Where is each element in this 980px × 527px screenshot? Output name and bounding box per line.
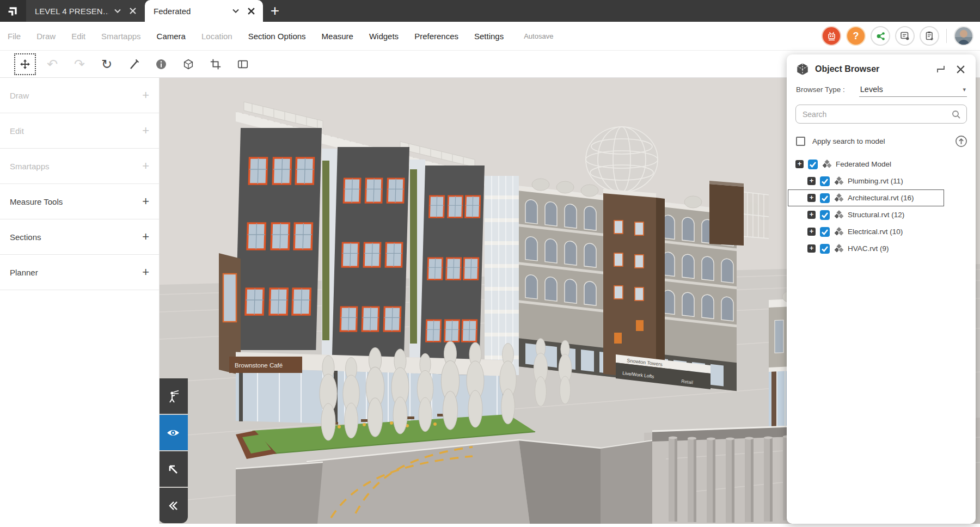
search-icon [951,109,961,119]
new-tab-button[interactable]: + [263,0,287,22]
close-tab-icon[interactable] [126,4,139,17]
menu-settings[interactable]: Settings [474,32,504,41]
model-cubes-icon [834,227,844,237]
section-label: Smartapps [10,162,50,171]
section-label: Edit [10,126,24,136]
redo-button[interactable]: ↷ [69,53,90,75]
menu-file[interactable]: File [8,32,21,41]
select-mode-button[interactable] [160,451,188,487]
cube-view-button[interactable] [177,53,199,75]
expand-icon[interactable]: + [807,211,816,219]
plus-icon: + [142,230,149,244]
sidebar-section-sections[interactable]: Sections + [0,219,159,255]
menu-widgets[interactable]: Widgets [369,32,399,41]
visibility-checkbox[interactable] [820,227,830,237]
autosave-indicator: Autosave [524,32,553,40]
plus-icon: + [142,194,149,209]
tree-item-structural[interactable]: + Structural.rvt (12) [787,206,976,223]
tab-level4-presentation[interactable]: LEVEL 4 PRESEN… [26,0,145,22]
menu-section-options[interactable]: Section Options [248,32,306,41]
close-panel-button[interactable] [954,63,967,76]
expand-icon[interactable]: + [807,177,816,185]
search-input[interactable] [803,110,951,119]
menu-location[interactable]: Location [201,32,232,41]
viewport-mode-buttons [160,378,188,523]
pan-tool-button[interactable] [14,53,36,75]
view-mode-button[interactable] [160,415,188,450]
tree-item-architectural[interactable]: + Architectural.rvt (16) [788,189,944,206]
visibility-checkbox[interactable] [820,176,830,186]
support-robot-button[interactable] [822,26,841,46]
isolate-up-icon[interactable] [954,134,968,148]
section-label: Sections [10,232,41,242]
menu-edit[interactable]: Edit [71,32,85,41]
chevron-down-icon[interactable] [229,4,242,17]
sidebar-section-draw[interactable]: Draw + [0,78,159,113]
menu-measure[interactable]: Measure [322,32,353,41]
chevron-down-icon[interactable] [111,4,124,17]
pan-arrows-icon [19,58,31,70]
help-button[interactable]: ? [846,26,866,46]
browser-type-label: Browser Type : [796,85,845,94]
menu-preferences[interactable]: Preferences [414,32,458,41]
tree-item-label: Electrical.rvt (10) [848,228,903,236]
expand-icon[interactable]: + [807,194,816,202]
tree-item-federated-model[interactable]: + Federated Model [787,156,976,173]
markup-pen-button[interactable] [123,53,145,75]
plus-icon: + [142,265,149,279]
app-logo[interactable] [0,0,26,22]
tree-item-plumbing[interactable]: + Plumbing.rvt (11) [787,173,976,189]
browser-type-value: Levels [860,85,963,94]
model-cubes-icon [822,160,832,169]
sidebar-section-edit[interactable]: Edit + [0,113,159,149]
visibility-checkbox[interactable] [808,160,818,169]
tree-item-hvac[interactable]: + HVAC.rvt (9) [787,240,976,257]
visibility-checkbox[interactable] [820,210,830,220]
model-cubes-icon [834,210,844,220]
rotate-icon: ↻ [101,58,112,71]
expand-icon[interactable]: + [795,160,804,168]
apply-search-checkbox[interactable] [796,137,805,146]
question-mark-icon: ? [853,30,859,42]
share-network-button[interactable] [871,26,890,46]
sidebar-section-planner[interactable]: Planner + [0,255,159,290]
user-avatar-button[interactable] [954,26,973,46]
menu-draw[interactable]: Draw [36,32,56,41]
visibility-checkbox[interactable] [820,193,830,203]
undo-button[interactable]: ↶ [41,53,63,75]
browser-type-select[interactable]: Levels ▾ [859,85,967,97]
visibility-checkbox[interactable] [820,244,830,254]
info-button[interactable] [150,53,172,75]
tab-label: Federated [154,7,227,16]
sidebar-section-smartapps[interactable]: Smartapps + [0,149,159,184]
rotate-view-button[interactable]: ↻ [96,53,118,75]
notes-button[interactable] [895,26,915,46]
tab-federated[interactable]: Federated [145,0,263,22]
tree-item-label: Federated Model [836,160,891,168]
search-box [795,105,967,124]
expand-icon[interactable]: + [807,228,816,236]
check-icon [820,227,830,237]
walk-mode-button[interactable] [160,378,188,414]
object-browser-panel: Object Browser Browser Type : Levels ▾ A… [787,54,976,524]
tree-item-label: Structural.rvt (12) [848,211,904,219]
dock-panel-button[interactable] [934,63,947,76]
menu-bar: File Draw Edit Smartapps Camera Location… [0,22,980,50]
section-label: Planner [10,268,38,277]
menu-camera[interactable]: Camera [157,32,186,41]
close-tab-icon[interactable] [244,4,258,17]
collapse-panel-button[interactable] [160,488,188,523]
plus-icon: + [142,88,149,102]
split-view-button[interactable] [232,53,254,75]
crop-button[interactable] [205,53,226,75]
tree-item-electrical[interactable]: + Electrical.rvt (10) [787,223,976,240]
panel-title: Object Browser [815,64,928,74]
section-label: Measure Tools [10,197,63,206]
check-icon [820,193,830,203]
menu-smartapps[interactable]: Smartapps [101,32,141,41]
sidebar-section-measure-tools[interactable]: Measure Tools + [0,184,159,219]
expand-icon[interactable]: + [807,244,816,253]
clipboard-add-button[interactable] [920,26,939,46]
robot-icon [826,31,837,41]
app-logo-icon [5,3,21,19]
